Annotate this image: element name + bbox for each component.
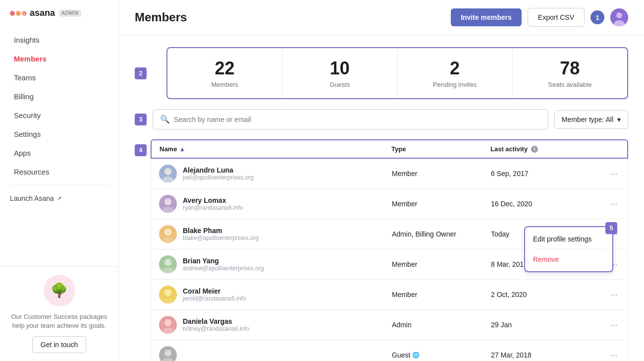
sidebar-label-members: Members (14, 55, 47, 63)
member-type-label: Member type: All (562, 116, 613, 123)
sidebar-item-resources[interactable]: Resources (4, 163, 114, 181)
svg-point-4 (162, 177, 174, 182)
member-details-5: Coral Meier jerold@randasana6.info (183, 287, 246, 302)
sidebar-tagline: Our Customer Success packages help your … (10, 312, 108, 330)
search-section: 3 🔍 Member type: All ▾ (135, 109, 628, 129)
avatar-6 (159, 316, 177, 334)
member-activity-5: 2 Oct, 2020 (491, 291, 590, 299)
guests-count: 10 (330, 58, 350, 79)
svg-point-7 (164, 229, 171, 236)
search-icon: 🔍 (160, 115, 170, 124)
step-2-badge: 2 (135, 67, 147, 79)
member-info-1: Alejandro Luna joel@apolloenterprises.or… (159, 165, 392, 182)
svg-point-13 (164, 319, 171, 326)
sidebar-item-members[interactable]: Members (4, 50, 114, 68)
svg-point-9 (164, 259, 171, 266)
member-details-3: Blake Pham blake@apolloenterprises.org (183, 227, 259, 241)
member-type-7: Guest 🌐 (392, 351, 491, 359)
user-avatar[interactable] (610, 8, 628, 26)
remove-item[interactable]: Remove (533, 253, 604, 265)
member-type-2: Member (392, 200, 491, 208)
col-name-header: Name ▲ (160, 145, 391, 153)
more-button-7[interactable]: ··· (590, 348, 620, 361)
seats-label: Seats available (548, 81, 591, 88)
sort-arrow-icon: ▲ (179, 145, 185, 153)
chevron-down-icon: ▾ (617, 116, 621, 123)
member-activity-1: 6 Sep, 2017 (491, 170, 590, 178)
svg-point-5 (164, 198, 171, 205)
member-details-6: Daniela Vargas britney@randasana6.info (183, 317, 249, 332)
members-label: Members (212, 81, 238, 88)
member-details-4: Brian Yang andrew@apolloenterprises.org (183, 257, 264, 272)
context-menu: 5 Edit profile settings Remove (524, 226, 613, 272)
sidebar-item-billing[interactable]: Billing (4, 87, 114, 106)
get-in-touch-button[interactable]: Get in touch (32, 336, 87, 353)
member-info-2: Avery Lomax ryan@randasana6.info (159, 195, 392, 213)
svg-point-10 (162, 267, 174, 273)
sidebar-divider (10, 185, 108, 185)
table-wrapper: Name ▲ Type Last activity i (151, 139, 628, 361)
header-actions: Invite members Export CSV 1 (451, 8, 628, 27)
dot-center (16, 11, 21, 16)
member-type-1: Member (392, 170, 491, 178)
content-area: 2 22 Members 10 Guests 2 Pending invites… (119, 35, 644, 361)
launch-asana-label: Launch Asana (10, 194, 54, 202)
pending-count: 2 (450, 58, 460, 79)
member-details-2: Avery Lomax ryan@randasana6.info (183, 196, 243, 211)
svg-point-12 (162, 298, 174, 303)
member-info-5: Coral Meier jerold@randasana6.info (159, 286, 392, 303)
sidebar-item-security[interactable]: Security (4, 106, 114, 124)
table-row: Avery Lomax ryan@randasana6.info Member … (151, 189, 628, 219)
export-csv-button[interactable]: Export CSV (528, 8, 585, 27)
external-link-icon: ↗ (57, 195, 61, 202)
logo-area: asana ADMIN (0, 0, 118, 26)
pending-label: Pending invites (433, 81, 477, 88)
member-activity-2: 16 Dec, 2020 (491, 200, 590, 208)
stat-seats: 78 Seats available (513, 48, 627, 98)
launch-asana-link[interactable]: Launch Asana ↗ (0, 189, 118, 207)
sidebar-label-resources: Resources (14, 168, 50, 176)
tree-icon: 🌳 (51, 282, 68, 299)
member-type-6: Admin (392, 321, 491, 329)
member-type-dropdown[interactable]: Member type: All ▾ (554, 110, 628, 129)
step-4-badge: 4 (135, 144, 147, 156)
avatar-image (610, 8, 628, 26)
more-button-5[interactable]: ··· (590, 288, 620, 302)
edit-profile-settings-item[interactable]: Edit profile settings (533, 233, 604, 245)
invite-members-button[interactable]: Invite members (451, 8, 522, 26)
svg-point-16 (162, 358, 174, 361)
more-button-2[interactable]: ··· (590, 197, 620, 211)
col-type-header: Type (391, 145, 490, 153)
sidebar-item-apps[interactable]: Apps (4, 144, 114, 162)
sidebar: asana ADMIN Insights Members Teams Billi… (0, 0, 119, 361)
table-row: Coral Meier jerold@randasana6.info Membe… (151, 280, 628, 310)
step-3-badge: 3 (135, 114, 147, 125)
info-icon: i (531, 146, 538, 153)
member-info-7 (159, 346, 392, 361)
members-count: 22 (215, 58, 235, 79)
asana-logo: asana (10, 8, 55, 18)
member-type-5: Member (392, 291, 491, 299)
stats-row: 22 Members 10 Guests 2 Pending invites 7… (166, 47, 628, 99)
svg-point-11 (164, 289, 171, 296)
sidebar-label-teams: Teams (14, 73, 36, 82)
avatar-4 (159, 255, 177, 273)
context-menu-divider (533, 249, 604, 249)
table-row: Alejandro Luna joel@apolloenterprises.or… (151, 159, 628, 189)
svg-point-15 (164, 350, 171, 357)
more-button-6[interactable]: ··· (590, 318, 620, 332)
svg-point-8 (162, 237, 174, 243)
member-info-4: Brian Yang andrew@apolloenterprises.org (159, 255, 392, 273)
sidebar-label-billing: Billing (14, 92, 34, 101)
sidebar-item-settings[interactable]: Settings (4, 125, 114, 143)
seats-count: 78 (560, 58, 580, 79)
more-button-1[interactable]: ··· (590, 167, 620, 181)
avatar-2 (159, 195, 177, 213)
search-box[interactable]: 🔍 (153, 109, 548, 129)
search-input[interactable] (174, 116, 541, 123)
sidebar-item-insights[interactable]: Insights (4, 31, 114, 49)
sidebar-bottom: 🌳 Our Customer Success packages help you… (0, 266, 118, 361)
notification-badge[interactable]: 1 (590, 10, 604, 24)
sidebar-item-teams[interactable]: Teams (4, 68, 114, 87)
svg-point-14 (162, 328, 174, 334)
